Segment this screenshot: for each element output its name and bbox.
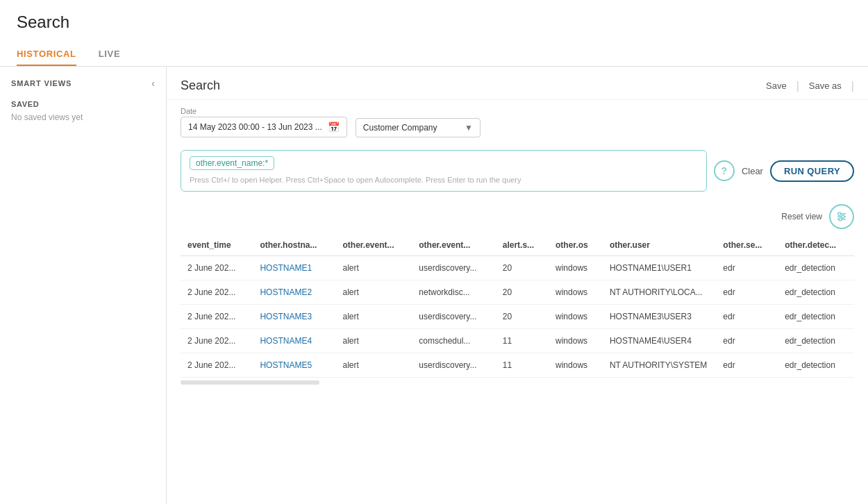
cell-user: HOSTNAME4\USER4 [603, 329, 716, 353]
search-header: Search Save | Save as | [167, 67, 868, 100]
cell-detection: edr_detection [778, 256, 854, 280]
no-saved-views: No saved views yet [11, 112, 155, 122]
query-tag[interactable]: other.event_name:* [190, 156, 274, 170]
smart-views-label: SMART VIEWS [11, 79, 72, 87]
reset-view-button[interactable]: Reset view [781, 212, 822, 221]
cell-os: windows [549, 353, 603, 378]
hostname-link: HOSTNAME5 [260, 360, 312, 370]
cell-event-time: 2 June 202... [181, 256, 253, 280]
cell-sensor: edr [716, 353, 778, 378]
col-event-detail: other.event... [412, 235, 495, 256]
search-actions: Save | Save as | [762, 78, 854, 94]
cell-alert-score: 20 [496, 280, 549, 305]
table-row[interactable]: 2 June 202... HOSTNAME5 alert userdiscov… [181, 353, 854, 378]
cell-event-detail: userdiscovery... [412, 353, 495, 378]
results-table: event_time other.hostna... other.event..… [181, 235, 854, 378]
cell-event-time: 2 June 202... [181, 280, 253, 305]
company-value: Customer Company [363, 123, 437, 133]
cell-user: HOSTNAME3\USER3 [603, 305, 716, 329]
cell-sensor: edr [716, 305, 778, 329]
table-row[interactable]: 2 June 202... HOSTNAME1 alert userdiscov… [181, 256, 854, 280]
col-detection: other.detec... [778, 235, 854, 256]
cell-event-time: 2 June 202... [181, 329, 253, 353]
company-select[interactable]: Customer Company ▼ [356, 118, 481, 137]
cell-event-type: alert [335, 353, 412, 378]
cell-detection: edr_detection [778, 305, 854, 329]
cell-event-type: alert [335, 280, 412, 305]
col-sensor: other.se... [716, 235, 778, 256]
tab-historical[interactable]: HISTORICAL [17, 43, 76, 66]
table-row[interactable]: 2 June 202... HOSTNAME2 alert networkdis… [181, 280, 854, 305]
hostname-link: HOSTNAME2 [260, 287, 312, 297]
cell-os: windows [549, 305, 603, 329]
query-box[interactable]: other.event_name:* Press Ctrl+/ to open … [181, 150, 707, 192]
cell-sensor: edr [716, 256, 778, 280]
svg-point-1 [838, 212, 841, 215]
cell-hostname[interactable]: HOSTNAME1 [253, 256, 335, 280]
cell-os: windows [549, 329, 603, 353]
col-alert-score: alert.s... [496, 235, 549, 256]
cell-alert-score: 11 [496, 329, 549, 353]
hostname-link: HOSTNAME4 [260, 336, 312, 346]
bottom-scrollbar-container[interactable] [181, 378, 854, 387]
cell-hostname[interactable]: HOSTNAME4 [253, 329, 335, 353]
svg-point-5 [839, 218, 842, 221]
search-section-title: Search [181, 78, 220, 93]
cell-user: NT AUTHORITY\SYSTEM [603, 353, 716, 378]
col-user: other.user [603, 235, 716, 256]
filters-row: Date 14 May 2023 00:00 - 13 Jun 2023 ...… [167, 100, 868, 144]
cell-os: windows [549, 256, 603, 280]
cell-event-time: 2 June 202... [181, 305, 253, 329]
col-event-type: other.event... [335, 235, 412, 256]
col-hostname: other.hostna... [253, 235, 335, 256]
tab-live[interactable]: LIVE [99, 43, 121, 66]
cell-hostname[interactable]: HOSTNAME2 [253, 280, 335, 305]
col-os: other.os [549, 235, 603, 256]
cell-event-detail: userdiscovery... [412, 305, 495, 329]
col-event-time: event_time [181, 235, 253, 256]
cell-sensor: edr [716, 280, 778, 305]
results-area: Reset view event_time [167, 197, 868, 504]
cell-detection: edr_detection [778, 329, 854, 353]
page-title: Search [17, 12, 851, 32]
saved-section: SAVED No saved views yet [11, 100, 155, 122]
cell-event-type: alert [335, 305, 412, 329]
cell-event-detail: comschedul... [412, 329, 495, 353]
svg-point-3 [842, 215, 844, 218]
cell-alert-score: 20 [496, 256, 549, 280]
cell-hostname[interactable]: HOSTNAME3 [253, 305, 335, 329]
hostname-link: HOSTNAME1 [260, 263, 312, 273]
date-picker[interactable]: 14 May 2023 00:00 - 13 Jun 2023 ... 📅 [181, 117, 347, 137]
query-row: other.event_name:* Press Ctrl+/ to open … [167, 144, 868, 197]
cell-hostname[interactable]: HOSTNAME5 [253, 353, 335, 378]
tabs-container: HISTORICAL LIVE [17, 43, 851, 66]
hostname-link: HOSTNAME3 [260, 312, 312, 321]
run-query-button[interactable]: RUN QUERY [770, 160, 854, 182]
query-hint: Press Ctrl+/ to open Helper. Press Ctrl+… [190, 176, 698, 184]
divider2: | [851, 80, 854, 92]
columns-button[interactable] [829, 204, 854, 229]
chevron-down-icon: ▼ [465, 123, 473, 133]
cell-event-detail: userdiscovery... [412, 256, 495, 280]
sidebar-collapse-button[interactable]: ‹ [151, 78, 155, 89]
sidebar-header: SMART VIEWS ‹ [11, 78, 155, 89]
cell-alert-score: 11 [496, 353, 549, 378]
clear-button[interactable]: Clear [742, 166, 763, 176]
horizontal-scrollbar[interactable] [181, 380, 319, 385]
sidebar: SMART VIEWS ‹ SAVED No saved views yet [0, 67, 167, 504]
cell-event-type: alert [335, 329, 412, 353]
calendar-icon: 📅 [328, 121, 340, 133]
save-as-button[interactable]: Save as [805, 78, 846, 94]
results-toolbar: Reset view [181, 197, 854, 235]
table-row[interactable]: 2 June 202... HOSTNAME4 alert comschedul… [181, 329, 854, 353]
cell-os: windows [549, 280, 603, 305]
divider1: | [796, 80, 799, 92]
save-button[interactable]: Save [762, 78, 791, 94]
date-label: Date [181, 107, 347, 115]
cell-user: NT AUTHORITY\LOCA... [603, 280, 716, 305]
cell-sensor: edr [716, 329, 778, 353]
help-button[interactable]: ? [714, 160, 735, 181]
table-header-row: event_time other.hostna... other.event..… [181, 235, 854, 256]
cell-user: HOSTNAME1\USER1 [603, 256, 716, 280]
table-row[interactable]: 2 June 202... HOSTNAME3 alert userdiscov… [181, 305, 854, 329]
